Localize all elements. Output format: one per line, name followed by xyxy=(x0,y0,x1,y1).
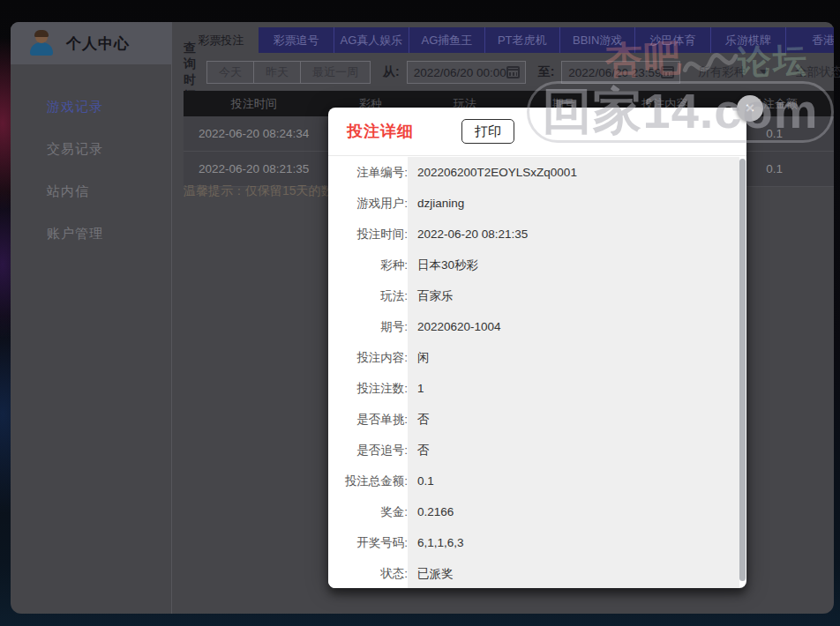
field-label: 投注注数: xyxy=(328,373,408,404)
modal-field-row: 投注总金额:0.1 xyxy=(328,466,739,496)
modal-field-row: 状态:已派奖 xyxy=(328,558,739,588)
sidebar-item-account[interactable]: 账户管理 xyxy=(11,212,171,255)
lottery-type-value: 所有彩种 xyxy=(698,64,746,80)
bet-detail-modal: 投注详细 打印 注单编号:202206200T2EOYLSxZq0001游戏用户… xyxy=(328,108,746,588)
modal-field-row: 开奖号码:6,1,1,6,3 xyxy=(328,527,739,558)
status-value: 全部状态 xyxy=(795,64,840,80)
close-icon[interactable]: × xyxy=(737,95,763,122)
field-value: 日本30秒彩 xyxy=(408,250,739,280)
game-category-tabs: 彩票投注彩票追号AG真人娱乐AG捕鱼王PT老虎机BBIN游戏沙巴体育乐游棋牌香港 xyxy=(184,27,834,53)
sidebar: 个人中心 游戏记录交易记录站内信账户管理 xyxy=(11,22,171,614)
field-label: 彩种: xyxy=(328,250,408,280)
tab-pt-slots[interactable]: PT老虎机 xyxy=(485,27,560,53)
modal-field-row: 是否单挑:否 xyxy=(328,404,739,435)
modal-field-list: 注单编号:202206200T2EOYLSxZq0001游戏用户:dzjiani… xyxy=(328,157,739,588)
tab-bbin-games[interactable]: BBIN游戏 xyxy=(560,27,635,53)
field-value: dzjianing xyxy=(408,188,739,219)
calendar-icon[interactable] xyxy=(506,66,520,78)
field-value: 202206200T2EOYLSxZq0001 xyxy=(408,157,739,188)
to-label: 至: xyxy=(538,64,555,80)
modal-field-row: 彩种:日本30秒彩 xyxy=(328,250,739,280)
sidebar-item-transactions[interactable]: 交易记录 xyxy=(11,128,171,170)
field-label: 是否单挑: xyxy=(328,404,408,435)
field-label: 是否追号: xyxy=(328,435,408,466)
field-value: 2022-06-20 08:21:35 xyxy=(408,219,739,250)
field-value: 百家乐 xyxy=(408,280,739,311)
modal-field-row: 玩法:百家乐 xyxy=(328,280,739,311)
tab-ag-fishing[interactable]: AG捕鱼王 xyxy=(409,27,484,53)
field-label: 期号: xyxy=(328,311,408,342)
field-value: 0.2166 xyxy=(408,496,739,527)
modal-field-row: 投注时间:2022-06-20 08:21:35 xyxy=(328,219,739,250)
modal-scrollbar[interactable] xyxy=(739,159,746,581)
chevron-down-icon xyxy=(760,70,769,75)
tab-saba-sports[interactable]: 沙巴体育 xyxy=(635,27,710,53)
modal-body: 注单编号:202206200T2EOYLSxZq0001游戏用户:dzjiani… xyxy=(328,155,746,588)
field-label: 状态: xyxy=(328,558,408,588)
field-label: 玩法: xyxy=(328,280,408,311)
date-to-value: 2022/06/20 23:59 xyxy=(568,66,661,79)
field-value: 1 xyxy=(408,373,739,404)
tab-lottery-chase[interactable]: 彩票追号 xyxy=(259,27,334,53)
tab-hongkong[interactable]: 香港 xyxy=(786,27,834,53)
sidebar-menu: 游戏记录交易记录站内信账户管理 xyxy=(11,64,171,255)
date-to-input[interactable]: 2022/06/20 23:59 xyxy=(561,61,680,84)
page-background: 个人中心 游戏记录交易记录站内信账户管理 彩票投注彩票追号AG真人娱乐AG捕鱼王… xyxy=(0,0,840,626)
personal-center-title: 个人中心 xyxy=(66,34,130,54)
modal-field-row: 投注内容:闲 xyxy=(328,342,739,373)
modal-field-row: 是否追号:否 xyxy=(328,435,739,466)
field-label: 游戏用户: xyxy=(328,188,408,219)
modal-title: 投注详细 xyxy=(347,121,414,142)
sidebar-item-game-records[interactable]: 游戏记录 xyxy=(11,86,171,128)
field-value: 否 xyxy=(408,435,739,466)
print-button[interactable]: 打印 xyxy=(461,119,514,144)
modal-field-row: 游戏用户:dzjianing xyxy=(328,188,739,219)
last-week-button[interactable]: 最近一周 xyxy=(301,61,371,84)
calendar-icon[interactable] xyxy=(661,66,674,78)
date-from-input[interactable]: 2022/06/20 00:00 xyxy=(407,61,526,84)
modal-field-row: 投注注数:1 xyxy=(328,373,739,404)
modal-header: 投注详细 打印 xyxy=(328,108,746,155)
cell-bet-time: 2022-06-20 08:24:34 xyxy=(184,116,324,151)
field-value: 已派奖 xyxy=(408,558,739,588)
field-label: 投注时间: xyxy=(328,219,408,250)
user-avatar-icon xyxy=(28,30,55,56)
modal-field-row: 期号:20220620-1004 xyxy=(328,311,739,342)
field-label: 开奖号码: xyxy=(328,527,408,558)
field-label: 投注总金额: xyxy=(328,466,408,496)
sidebar-header: 个人中心 xyxy=(11,22,172,64)
field-value: 否 xyxy=(408,404,739,435)
field-label: 奖金: xyxy=(328,496,408,527)
lottery-type-select[interactable]: 所有彩种 xyxy=(698,64,769,80)
field-value: 闲 xyxy=(408,342,739,373)
quick-date-buttons: 今天昨天最近一周 xyxy=(206,61,371,84)
field-label: 注单编号: xyxy=(328,157,408,188)
cell-bet-time: 2022-06-20 08:21:35 xyxy=(184,152,324,186)
sidebar-item-messages[interactable]: 站内信 xyxy=(11,170,171,212)
yesterday-button[interactable]: 昨天 xyxy=(254,61,301,84)
field-value: 0.1 xyxy=(408,466,739,496)
column-header: 投注时间 xyxy=(184,91,324,116)
modal-field-row: 奖金:0.2166 xyxy=(328,496,739,527)
modal-field-row: 注单编号:202206200T2EOYLSxZq0001 xyxy=(328,157,739,188)
status-select[interactable]: 全部状态 xyxy=(795,64,840,80)
field-label: 投注内容: xyxy=(328,342,408,373)
date-from-value: 2022/06/20 00:00 xyxy=(414,66,506,79)
tab-leyou-chess[interactable]: 乐游棋牌 xyxy=(711,27,786,53)
filter-bar: 查询时间 今天昨天最近一周 从: 2022/06/20 00:00 至: 202… xyxy=(184,60,832,85)
field-value: 20220620-1004 xyxy=(408,311,739,342)
retention-tip: 温馨提示：仅保留15天的数据 xyxy=(184,183,346,199)
tab-ag-live[interactable]: AG真人娱乐 xyxy=(334,27,409,53)
from-label: 从: xyxy=(383,64,400,80)
today-button[interactable]: 今天 xyxy=(206,61,254,84)
field-value: 6,1,1,6,3 xyxy=(408,527,739,558)
